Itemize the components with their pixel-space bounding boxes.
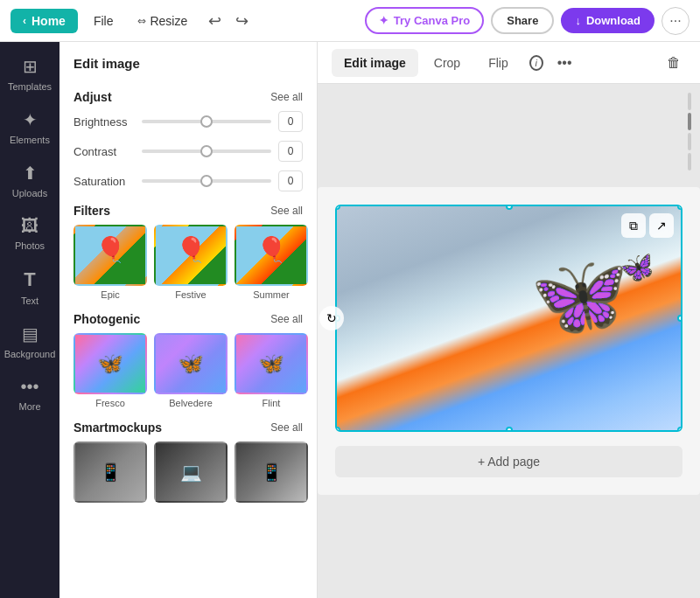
scroll-dot-1 xyxy=(688,93,691,110)
smartmockups-see-all[interactable]: See all xyxy=(270,421,303,434)
adjust-title: Adjust xyxy=(74,90,112,104)
filter-thumb-festive: 🎈 xyxy=(154,225,228,286)
handle-bot-right[interactable] xyxy=(677,427,682,432)
smartmockups-section-header: Smartmockups See all xyxy=(74,421,303,435)
brightness-row: Brightness 0 xyxy=(74,111,303,132)
brightness-thumb[interactable] xyxy=(200,115,213,128)
handle-bot-mid[interactable] xyxy=(506,427,513,432)
file-button[interactable]: File xyxy=(85,9,122,33)
contrast-value: 0 xyxy=(278,141,303,162)
more-options-button[interactable]: ··· xyxy=(662,7,690,35)
copy-icon: ⧉ xyxy=(629,219,638,233)
rotate-button[interactable]: ↻ xyxy=(319,306,344,330)
redo-button[interactable]: ↪ xyxy=(230,8,254,34)
balloons-epic-icon: 🎈 xyxy=(95,235,126,264)
tab-edit-image[interactable]: Edit image xyxy=(332,49,418,77)
filter-item-festive[interactable]: 🎈 Festive xyxy=(154,225,228,300)
filter-item-fresco[interactable]: 🦋 Fresco xyxy=(74,333,147,408)
undo-button[interactable]: ↩ xyxy=(203,8,227,34)
smartmockup-thumb-2: 💻 xyxy=(154,442,228,503)
try-canva-button[interactable]: ✦ Try Canva Pro xyxy=(365,7,484,34)
sidebar-item-photos[interactable]: 🖼 Photos xyxy=(4,209,56,258)
filter-label-epic: Epic xyxy=(101,289,119,300)
filter-label-flint: Flint xyxy=(262,398,281,408)
edit-panel-title: Edit image xyxy=(60,42,317,78)
sidebar-item-templates[interactable]: ⊞ Templates xyxy=(4,49,56,99)
filter-thumb-flint: 🦋 xyxy=(234,333,308,394)
handle-top-right[interactable] xyxy=(677,205,682,210)
adjust-see-all[interactable]: See all xyxy=(270,91,303,103)
saturation-value: 0 xyxy=(278,170,303,191)
filter-label-festive: Festive xyxy=(175,289,206,300)
canvas-wrapper[interactable]: 🦋 🦋 xyxy=(318,84,700,598)
scroll-dot-3 xyxy=(688,133,691,150)
photogenic-grid: 🦋 Fresco 🦋 Belvedere 🦋 Flint xyxy=(74,333,303,408)
resize-label: Resize xyxy=(150,14,187,28)
butterfly-belvedere-icon: 🦋 xyxy=(178,351,204,376)
sidebar-item-background[interactable]: ▤ Background xyxy=(4,316,56,366)
delete-button[interactable]: 🗑 xyxy=(662,50,686,76)
home-button[interactable]: ‹ Home xyxy=(10,9,78,33)
smartmockup-thumb-3: 📱 xyxy=(234,442,308,503)
filter-item-belvedere[interactable]: 🦋 Belvedere xyxy=(154,333,228,408)
brightness-label: Brightness xyxy=(74,115,135,129)
icon-sidebar: ⊞ Templates ✦ Elements ⬆ Uploads 🖼 Photo… xyxy=(0,42,60,598)
toolbar-more-button[interactable]: ••• xyxy=(552,50,578,76)
filter-label-belvedere: Belvedere xyxy=(169,398,213,408)
brightness-track[interactable] xyxy=(142,120,271,123)
image-container: 🦋 🦋 xyxy=(335,205,682,432)
filter-item-summer[interactable]: 🎈 Summer xyxy=(234,225,308,300)
background-icon: ▤ xyxy=(22,323,38,344)
sidebar-item-elements[interactable]: ✦ Elements xyxy=(4,102,56,152)
photogenic-title: Photogenic xyxy=(74,312,140,326)
handle-bot-left[interactable] xyxy=(335,427,340,432)
home-label: Home xyxy=(32,14,66,28)
contrast-row: Contrast 0 xyxy=(74,141,303,162)
canvas-page: 🦋 🦋 xyxy=(318,187,700,495)
tab-flip[interactable]: Flip xyxy=(476,49,521,77)
share-button[interactable]: Share xyxy=(491,7,554,34)
filters-title: Filters xyxy=(74,204,110,218)
more-dots-icon: ••• xyxy=(20,377,38,397)
resize-icon: ⇔ xyxy=(137,15,146,27)
filter-thumb-fresco: 🦋 xyxy=(74,333,147,394)
download-button[interactable]: ↓ Download xyxy=(561,8,654,33)
add-page-button[interactable]: + Add page xyxy=(335,446,682,477)
copy-style-button[interactable]: ⧉ xyxy=(621,213,646,238)
contrast-thumb[interactable] xyxy=(200,145,213,157)
sidebar-item-more[interactable]: ••• More xyxy=(4,370,56,419)
balloons-festive-icon: 🎈 xyxy=(176,235,206,264)
templates-icon: ⊞ xyxy=(23,56,38,77)
sidebar-item-text[interactable]: T Text xyxy=(4,261,56,313)
smartmockups-grid: 📱 💻 📱 xyxy=(74,442,303,503)
handle-mid-right[interactable] xyxy=(677,315,682,322)
smartmockup-item-2[interactable]: 💻 xyxy=(154,442,228,503)
smartmockups-title: Smartmockups xyxy=(74,421,162,435)
contrast-track[interactable] xyxy=(142,150,271,153)
phone-icon: 📱 xyxy=(100,462,122,483)
image-action-icons: ⧉ ↗ xyxy=(621,213,674,238)
open-new-button[interactable]: ↗ xyxy=(649,213,674,238)
butterfly-flint-icon: 🦋 xyxy=(258,351,284,376)
saturation-label: Saturation xyxy=(74,175,135,188)
photos-icon: 🖼 xyxy=(21,216,38,236)
filter-thumb-epic: 🎈 xyxy=(74,225,147,286)
photogenic-see-all[interactable]: See all xyxy=(270,313,303,325)
image-frame[interactable]: 🦋 🦋 xyxy=(335,205,682,432)
canva-star-icon: ✦ xyxy=(379,14,388,27)
canvas-area: Edit image Crop Flip i ••• 🗑 xyxy=(318,42,700,598)
saturation-thumb[interactable] xyxy=(200,175,213,187)
smartmockup-item-1[interactable]: 📱 xyxy=(74,442,147,503)
contrast-label: Contrast xyxy=(74,145,135,158)
resize-button[interactable]: ⇔ Resize xyxy=(129,9,196,33)
filters-see-all[interactable]: See all xyxy=(270,205,303,217)
filter-item-epic[interactable]: 🎈 Epic xyxy=(74,225,147,300)
smartmockup-item-3[interactable]: 📱 xyxy=(234,442,308,503)
info-button[interactable]: i xyxy=(524,51,549,75)
sidebar-item-uploads[interactable]: ⬆ Uploads xyxy=(4,156,56,205)
filter-item-flint[interactable]: 🦋 Flint xyxy=(234,333,308,408)
edit-panel-content: Adjust See all Brightness 0 Contrast 0 S… xyxy=(60,78,317,598)
undo-redo-group: ↩ ↪ xyxy=(203,8,254,34)
saturation-track[interactable] xyxy=(142,179,271,183)
tab-crop[interactable]: Crop xyxy=(422,49,472,77)
